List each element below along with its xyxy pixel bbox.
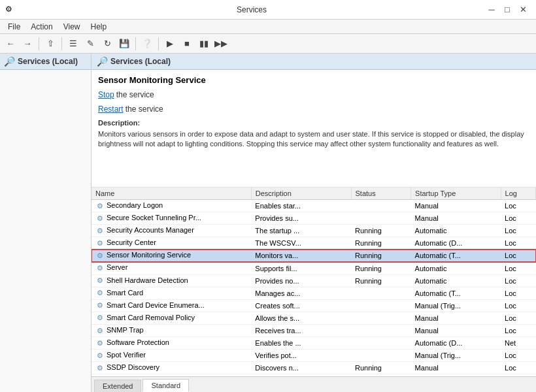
export-button[interactable]: 💾 xyxy=(116,36,132,52)
service-icon: ⚙ xyxy=(95,338,105,348)
cell-desc: Provides su... xyxy=(251,212,351,225)
restart-link[interactable]: Restart xyxy=(98,105,124,114)
main-container: 🔎 Services (Local) 🔎 Services (Local) Se… xyxy=(0,54,536,392)
cell-startup: Automatic xyxy=(411,225,501,237)
cell-log: Loc xyxy=(501,237,535,250)
app-icon: ⚙ xyxy=(5,5,16,15)
cell-name: ⚙Server xyxy=(92,262,251,274)
service-info: Sensor Monitoring Service Stop the servi… xyxy=(92,70,536,188)
cell-log: Loc xyxy=(501,350,535,362)
table-row[interactable]: ⚙Spot VerifierVerifies pot...Manual (Tri… xyxy=(92,350,536,362)
cell-startup: Manual xyxy=(411,212,501,225)
col-status[interactable]: Status xyxy=(351,188,411,200)
cell-status: Running xyxy=(351,225,411,237)
refresh-button[interactable]: ↻ xyxy=(99,36,115,52)
tab-standard[interactable]: Standard xyxy=(142,379,189,392)
service-icon: ⚙ xyxy=(95,276,105,286)
table-row[interactable]: ⚙Smart Card Device Enumera...Creates sof… xyxy=(92,299,536,312)
service-icon: ⚙ xyxy=(95,301,105,310)
col-log[interactable]: Log xyxy=(501,188,535,200)
col-desc[interactable]: Description xyxy=(251,188,351,200)
help-button[interactable]: ❔ xyxy=(139,36,155,52)
table-row[interactable]: ⚙SNMP TrapReceives tra...ManualLoc xyxy=(92,324,536,336)
forward-button[interactable]: → xyxy=(20,36,35,52)
tab-bar: Extended Standard xyxy=(92,376,536,392)
service-description: Monitors various sensors in order to exp… xyxy=(98,129,529,150)
table-row[interactable]: ⚙Sensor Monitoring ServiceMonitors va...… xyxy=(92,250,536,262)
service-icon: ⚙ xyxy=(95,351,105,360)
cell-status: Running xyxy=(351,237,411,250)
cell-log: Loc xyxy=(501,274,535,287)
table-row[interactable]: ⚙Smart Card Removal PolicyAllows the s..… xyxy=(92,312,536,324)
cell-name: ⚙Smart Card Removal Policy xyxy=(92,312,251,324)
table-row[interactable]: ⚙SSDP DiscoveryDiscovers n...RunningManu… xyxy=(92,362,536,374)
cell-status xyxy=(351,200,411,212)
cell-name: ⚙Sensor Monitoring Service xyxy=(92,250,251,262)
restart-text: the service xyxy=(126,105,163,114)
table-row[interactable]: ⚙Security CenterThe WSCSV...RunningAutom… xyxy=(92,237,536,250)
toolbar: ← → ⇧ ☰ ✎ ↻ 💾 ❔ ▶ ■ ▮▮ ▶▶ xyxy=(0,34,536,54)
cell-startup: Automatic (T... xyxy=(411,287,501,299)
service-icon: ⚙ xyxy=(95,214,105,223)
cell-desc: Manages ac... xyxy=(251,287,351,299)
table-row[interactable]: ⚙Smart CardManages ac...Automatic (T...L… xyxy=(92,287,536,299)
col-name[interactable]: Name xyxy=(92,188,251,200)
service-icon: ⚙ xyxy=(95,251,105,260)
table-row[interactable]: ⚙Secure Socket Tunneling Pr...Provides s… xyxy=(92,212,536,225)
pause-button[interactable]: ▮▮ xyxy=(196,36,212,52)
service-icon: ⚙ xyxy=(95,264,105,273)
services-table-container[interactable]: Name Description Status Startup Type Log… xyxy=(92,188,536,376)
cell-startup: Manual xyxy=(411,324,501,336)
maximize-button[interactable]: □ xyxy=(499,2,515,18)
title-bar: ⚙ Services ─ □ ✕ xyxy=(0,0,536,20)
stop-link[interactable]: Stop xyxy=(98,90,114,99)
cell-name: ⚙Security Accounts Manager xyxy=(92,225,251,237)
play-button[interactable]: ▶ xyxy=(162,36,178,52)
restart-button[interactable]: ▶▶ xyxy=(213,36,229,52)
show-hide-button[interactable]: ☰ xyxy=(65,36,81,52)
tab-extended[interactable]: Extended xyxy=(94,380,141,392)
close-button[interactable]: ✕ xyxy=(515,2,531,18)
cell-startup: Automatic xyxy=(411,262,501,274)
cell-status: Running xyxy=(351,262,411,274)
cell-name: ⚙Smart Card xyxy=(92,287,251,299)
cell-status xyxy=(351,324,411,336)
table-row[interactable]: ⚙ServerSupports fil...RunningAutomaticLo… xyxy=(92,262,536,274)
cell-desc: Receives tra... xyxy=(251,324,351,336)
cell-status: Running xyxy=(351,250,411,262)
left-panel-title: Services (Local) xyxy=(18,57,78,66)
table-row[interactable]: ⚙Software ProtectionEnables the ...Autom… xyxy=(92,337,536,350)
cell-name: ⚙Security Center xyxy=(92,237,251,250)
cell-status: Running xyxy=(351,274,411,287)
cell-log: Loc xyxy=(501,212,535,225)
table-row[interactable]: ⚙Shell Hardware DetectionProvides no...R… xyxy=(92,274,536,287)
window-controls: ─ □ ✕ xyxy=(484,2,531,18)
cell-log: Loc xyxy=(501,312,535,324)
col-startup[interactable]: Startup Type xyxy=(411,188,501,200)
cell-startup: Automatic xyxy=(411,274,501,287)
right-panel-title: Services (Local) xyxy=(110,57,171,66)
up-button[interactable]: ⇧ xyxy=(42,36,58,52)
properties-button[interactable]: ✎ xyxy=(82,36,98,52)
cell-startup: Manual xyxy=(411,312,501,324)
menu-help[interactable]: Help xyxy=(86,21,112,33)
table-row[interactable]: ⚙Security Accounts ManagerThe startup ..… xyxy=(92,225,536,237)
stop-button[interactable]: ■ xyxy=(179,36,195,52)
right-panel-header: 🔎 Services (Local) xyxy=(92,54,536,70)
cell-name: ⚙Secondary Logon xyxy=(92,200,251,212)
menu-action[interactable]: Action xyxy=(25,21,58,33)
cell-startup: Manual (Trig... xyxy=(411,350,501,362)
cell-desc: The WSCSV... xyxy=(251,237,351,250)
minimize-button[interactable]: ─ xyxy=(484,2,499,18)
cell-log: Loc xyxy=(501,262,535,274)
cell-log: Net xyxy=(501,337,535,350)
menu-view[interactable]: View xyxy=(58,21,86,33)
back-button[interactable]: ← xyxy=(3,36,18,52)
cell-startup: Manual (Trig... xyxy=(411,299,501,312)
cell-desc: Supports fil... xyxy=(251,262,351,274)
menu-file[interactable]: File xyxy=(3,21,25,33)
cell-log: Loc xyxy=(501,299,535,312)
table-row[interactable]: ⚙Secondary LogonEnables star...ManualLoc xyxy=(92,200,536,212)
cell-status xyxy=(351,312,411,324)
service-icon: ⚙ xyxy=(95,201,105,210)
